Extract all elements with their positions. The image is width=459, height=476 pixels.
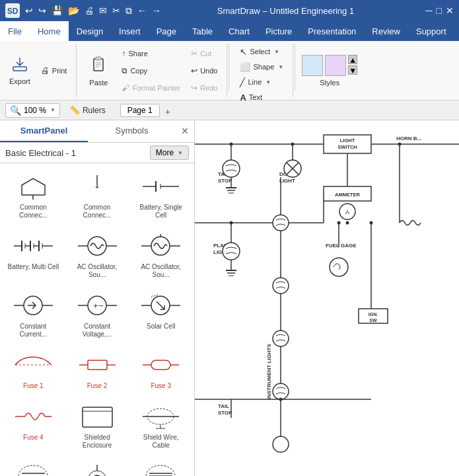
style-preview-1[interactable] xyxy=(302,55,323,76)
export-button[interactable]: Export xyxy=(5,46,34,96)
close-btn[interactable]: ✕ xyxy=(446,5,454,16)
svg-point-101 xyxy=(223,160,240,177)
smartpanel-tab[interactable]: SmartPanel xyxy=(0,120,88,142)
save-quick-btn[interactable]: 💾 xyxy=(50,4,64,17)
zoom-value: 100 % xyxy=(24,106,46,115)
symbol-img-fuse-2 xyxy=(74,348,120,382)
menu-home[interactable]: Home xyxy=(30,21,69,41)
symbols-row-2: Battery, Multi Cell AC Oscillator, Sou..… xyxy=(3,225,192,282)
minimize-btn[interactable]: ─ xyxy=(426,5,433,16)
menu-support[interactable]: Support xyxy=(408,21,454,41)
paste-button[interactable]: Paste xyxy=(82,46,115,96)
symbol-shielded-coax[interactable]: Shielded Coaxial... xyxy=(67,456,128,476)
back-quick-btn[interactable]: ← xyxy=(136,4,148,17)
zoom-control[interactable]: 🔍 100 % ▼ xyxy=(5,103,60,118)
open-quick-btn[interactable]: 📂 xyxy=(67,4,81,17)
share-button[interactable]: ↑ Share xyxy=(118,46,184,61)
symbol-img-shield-wire xyxy=(138,399,184,434)
line-button[interactable]: ╱ Line ▼ xyxy=(236,76,287,89)
undo-icon: ↩ xyxy=(191,66,197,75)
more-dropdown-arrow: ▼ xyxy=(178,150,183,156)
undo-button[interactable]: ↩ Undo xyxy=(187,63,221,78)
symbol-label-fuse-2: Fuse 2 xyxy=(87,382,108,390)
menu-file[interactable]: File xyxy=(0,21,30,41)
canvas-area[interactable]: LIGHT SWITCH HORN B... TAIL STOP DOME LI… xyxy=(195,120,459,476)
symbol-cable-shielded[interactable]: Cable Shielded at... xyxy=(130,456,192,476)
print-button[interactable]: 🖨 Print xyxy=(37,63,71,78)
symbol-img-solar-cell xyxy=(138,288,184,323)
title-bar: SD ↩ ↪ 💾 📂 🖨 ✉ ✂ ⧉ ← → SmartDraw – Untit… xyxy=(0,0,459,21)
maximize-btn[interactable]: □ xyxy=(437,5,442,16)
svg-point-68 xyxy=(146,465,175,477)
page-tab-1[interactable]: Page 1 xyxy=(120,104,160,117)
style-preview-2[interactable] xyxy=(325,55,346,76)
symbol-fuse-2[interactable]: Fuse 2 xyxy=(67,344,128,393)
menu-presentation[interactable]: Presentation xyxy=(300,21,364,41)
symbol-solar-cell[interactable]: Solar Cell xyxy=(130,285,192,342)
svg-text:IGN.: IGN. xyxy=(369,312,378,317)
more-label: More xyxy=(156,148,174,157)
symbol-constant-current[interactable]: Constant Current... xyxy=(3,285,64,342)
menu-picture[interactable]: Picture xyxy=(258,21,300,41)
symbol-common-connect-1[interactable]: Common Connec... xyxy=(3,166,64,223)
svg-point-111 xyxy=(223,243,240,260)
symbol-ac-osc-2[interactable]: AC Oscillator, Sou... xyxy=(130,225,192,282)
zoom-dropdown-arrow: ▼ xyxy=(50,107,55,113)
menu-review[interactable]: Review xyxy=(364,21,408,41)
forward-quick-btn[interactable]: → xyxy=(151,4,162,17)
redo-quick-btn[interactable]: ↪ xyxy=(37,4,48,17)
symbols-tab[interactable]: Symbols xyxy=(88,120,176,142)
menu-chart[interactable]: Chart xyxy=(221,21,258,41)
paste-icon xyxy=(89,54,108,77)
redo-button[interactable]: ↪ Redo xyxy=(187,81,221,95)
cut-quick-btn[interactable]: ✂ xyxy=(111,4,122,17)
svg-rect-49 xyxy=(151,360,170,370)
symbols-row-3: Constant Current... + − Constant Voltage… xyxy=(3,285,192,342)
symbol-label-fuse-4: Fuse 4 xyxy=(23,434,44,442)
symbol-battery-multi[interactable]: Battery, Multi Cell xyxy=(3,225,64,282)
symbol-shielded-enclosure[interactable]: Shielded Enclosure xyxy=(67,396,128,453)
cut-button[interactable]: ✂ Cut xyxy=(187,46,221,61)
menu-table[interactable]: Table xyxy=(184,21,221,41)
symbol-fuse-3[interactable]: Fuse 3 xyxy=(130,344,192,393)
export-label: Export xyxy=(9,77,30,86)
menu-page[interactable]: Page xyxy=(149,21,184,41)
symbol-battery-single[interactable]: Battery, Single Cell xyxy=(130,166,192,223)
copy-button[interactable]: ⧉ Copy xyxy=(118,63,184,78)
undo-redo-cut-group: ✂ Cut ↩ Undo ↪ Redo xyxy=(187,46,221,96)
menu-design[interactable]: Design xyxy=(69,21,111,41)
symbol-shield-wire[interactable]: Shield Wire, Cable xyxy=(130,396,192,453)
text-button[interactable]: A Text xyxy=(236,91,287,104)
svg-point-110 xyxy=(230,221,233,225)
symbol-ac-osc-1[interactable]: AC Oscillator, Sou... xyxy=(67,225,128,282)
symbol-img-shielded-enclosure xyxy=(74,399,120,434)
rulers-button[interactable]: 📏 Rulers xyxy=(65,104,110,116)
more-button[interactable]: More ▼ xyxy=(150,145,189,160)
panel-close-button[interactable]: ✕ xyxy=(176,120,194,142)
menu-insert[interactable]: Insert xyxy=(111,21,149,41)
symbol-fuse-4[interactable]: Fuse 4 xyxy=(3,396,64,453)
symbol-common-connect-2[interactable]: * Common Connec... xyxy=(67,166,128,223)
select-button[interactable]: ↖ Select ▼ xyxy=(236,46,287,58)
add-page-button[interactable]: + xyxy=(162,106,173,117)
symbol-img-common-connect-2: * xyxy=(74,169,120,204)
shape-button[interactable]: ⬜ Shape ▼ xyxy=(236,61,287,73)
style-scroll-down[interactable]: ▼ xyxy=(348,65,357,75)
copy-quick-btn[interactable]: ⧉ xyxy=(124,4,133,18)
symbol-shielded-pair[interactable]: Shielded Pair, Cable xyxy=(3,456,64,476)
symbol-fuse-1[interactable]: Fuse 1 xyxy=(3,344,64,393)
format-painter-button[interactable]: 🖌 Format Painter xyxy=(118,81,184,95)
print-quick-btn[interactable]: 🖨 xyxy=(83,4,95,17)
undo-quick-btn[interactable]: ↩ xyxy=(24,4,34,17)
symbol-img-shielded-pair xyxy=(10,459,56,476)
svg-text:HORN B...: HORN B... xyxy=(396,136,421,141)
svg-rect-53 xyxy=(83,407,112,427)
svg-rect-4 xyxy=(96,57,101,60)
style-scroll-up[interactable]: ▲ xyxy=(348,55,357,64)
email-quick-btn[interactable]: ✉ xyxy=(98,4,108,17)
panel-tabs: SmartPanel Symbols ✕ xyxy=(0,120,194,143)
symbol-constant-voltage[interactable]: + − Constant Voltage,... xyxy=(67,285,128,342)
line-dropdown-arrow: ▼ xyxy=(265,79,271,85)
symbol-img-ac-osc-2 xyxy=(138,229,184,263)
styles-group: ▲ ▼ Styles xyxy=(297,44,363,97)
